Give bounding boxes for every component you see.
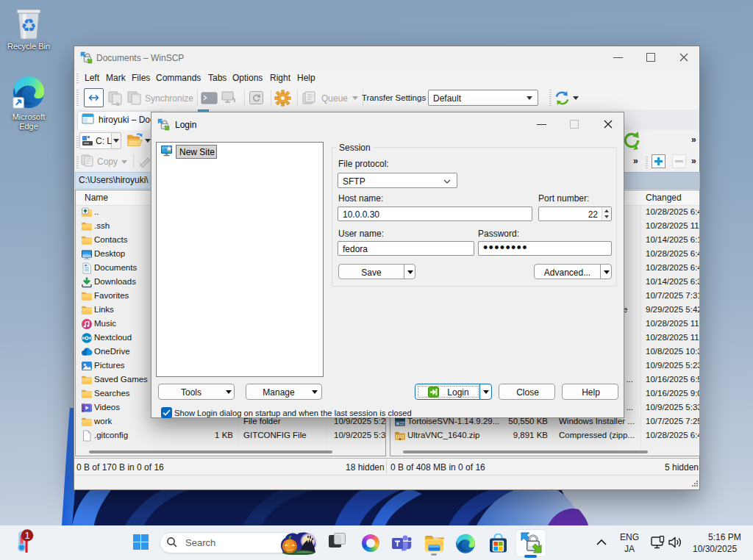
svg-text:♻: ♻ [21,15,37,35]
svg-text:1: 1 [24,530,29,541]
